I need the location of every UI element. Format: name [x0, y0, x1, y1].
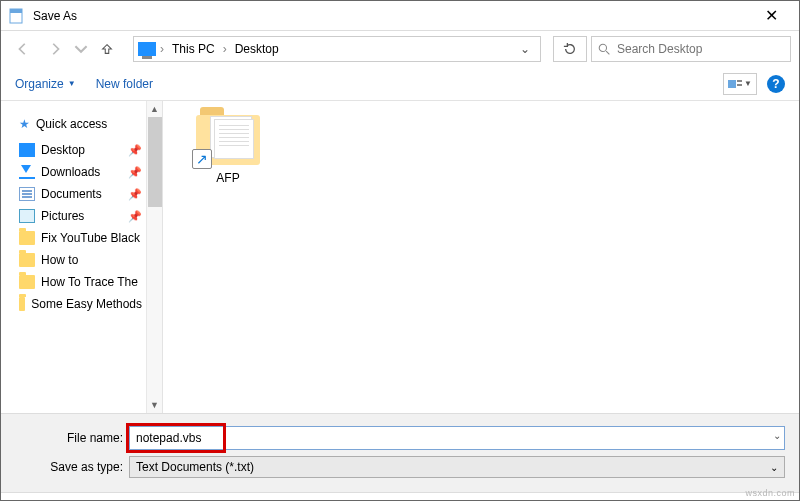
- navigation-pane: ★ Quick access Desktop📌 Downloads📌 Docum…: [1, 101, 163, 413]
- folder-icon: [19, 275, 35, 289]
- svg-rect-5: [737, 80, 742, 82]
- close-button[interactable]: ✕: [751, 6, 791, 25]
- chevron-right-icon: ›: [223, 42, 227, 56]
- address-bar[interactable]: › This PC › Desktop ⌄: [133, 36, 541, 62]
- nav-row: › This PC › Desktop ⌄: [1, 31, 799, 67]
- new-folder-button[interactable]: New folder: [96, 77, 153, 91]
- title-bar: Save As ✕: [1, 1, 799, 31]
- desktop-icon: [19, 143, 35, 157]
- help-button[interactable]: ?: [767, 75, 785, 93]
- view-options-button[interactable]: ▼: [723, 73, 757, 95]
- filetype-select[interactable]: Text Documents (*.txt) ⌄: [129, 456, 785, 478]
- forward-button[interactable]: [41, 35, 69, 63]
- sidebar-item-pictures[interactable]: Pictures📌: [19, 205, 162, 227]
- crumb-this-pc[interactable]: This PC: [168, 42, 219, 56]
- svg-line-3: [606, 51, 609, 54]
- pin-icon: 📌: [128, 144, 142, 157]
- folder-icon: [19, 231, 35, 245]
- sidebar-item-folder[interactable]: Fix YouTube Black: [19, 227, 162, 249]
- watermark: wsxdn.com: [745, 488, 795, 498]
- search-box[interactable]: [591, 36, 791, 62]
- back-button[interactable]: [9, 35, 37, 63]
- folder-icon: [19, 253, 35, 267]
- crumb-desktop[interactable]: Desktop: [231, 42, 283, 56]
- pictures-icon: [19, 209, 35, 223]
- svg-rect-6: [737, 84, 742, 86]
- filename-dropdown[interactable]: ⌄: [773, 430, 781, 441]
- pin-icon: 📌: [128, 188, 142, 201]
- sidebar-item-documents[interactable]: Documents📌: [19, 183, 162, 205]
- svg-rect-1: [10, 9, 22, 13]
- quick-access-label: Quick access: [36, 117, 107, 131]
- organize-menu[interactable]: Organize▼: [15, 77, 76, 91]
- filename-label: File name:: [15, 431, 123, 445]
- dialog-footer: Hide Folders Encoding: UTF-8 ⌄ Save Canc…: [1, 492, 799, 501]
- svg-point-2: [599, 44, 606, 51]
- command-bar: Organize▼ New folder ▼ ?: [1, 67, 799, 101]
- filetype-value: Text Documents (*.txt): [136, 460, 254, 474]
- search-icon: [598, 43, 611, 56]
- file-item-afp[interactable]: ↗ AFP: [183, 115, 273, 185]
- window-title: Save As: [33, 9, 751, 23]
- sidebar-scrollbar[interactable]: ▲ ▼: [146, 101, 162, 413]
- folder-icon: [19, 297, 25, 311]
- up-button[interactable]: [93, 35, 121, 63]
- chevron-down-icon: ⌄: [770, 462, 778, 473]
- address-dropdown[interactable]: ⌄: [514, 42, 536, 56]
- pin-icon: 📌: [128, 166, 142, 179]
- save-panel: File name: ⌄ Save as type: Text Document…: [1, 413, 799, 492]
- refresh-button[interactable]: [553, 36, 587, 62]
- file-label: AFP: [183, 171, 273, 185]
- folder-shortcut-icon: ↗: [196, 115, 260, 165]
- sidebar-item-folder[interactable]: How to: [19, 249, 162, 271]
- file-list-pane[interactable]: ↗ AFP: [163, 101, 799, 413]
- downloads-icon: [19, 165, 35, 179]
- recent-locations-button[interactable]: [73, 35, 89, 63]
- svg-rect-4: [728, 80, 736, 88]
- this-pc-icon: [138, 42, 156, 56]
- filetype-label: Save as type:: [15, 460, 123, 474]
- shortcut-arrow-icon: ↗: [192, 149, 212, 169]
- pin-icon: 📌: [128, 210, 142, 223]
- view-icon: [728, 78, 742, 90]
- sidebar-item-downloads[interactable]: Downloads📌: [19, 161, 162, 183]
- scroll-thumb[interactable]: [148, 117, 162, 207]
- quick-access-header[interactable]: ★ Quick access: [19, 113, 162, 135]
- star-icon: ★: [19, 117, 30, 131]
- sidebar-item-folder[interactable]: How To Trace The: [19, 271, 162, 293]
- explorer-body: ★ Quick access Desktop📌 Downloads📌 Docum…: [1, 101, 799, 413]
- scroll-down-icon[interactable]: ▼: [147, 397, 162, 413]
- chevron-right-icon: ›: [160, 42, 164, 56]
- notepad-icon: [9, 8, 25, 24]
- documents-icon: [19, 187, 35, 201]
- sidebar-item-folder[interactable]: Some Easy Methods: [19, 293, 162, 315]
- filename-input[interactable]: [129, 426, 785, 450]
- search-input[interactable]: [617, 42, 784, 56]
- sidebar-item-desktop[interactable]: Desktop📌: [19, 139, 162, 161]
- scroll-up-icon[interactable]: ▲: [147, 101, 162, 117]
